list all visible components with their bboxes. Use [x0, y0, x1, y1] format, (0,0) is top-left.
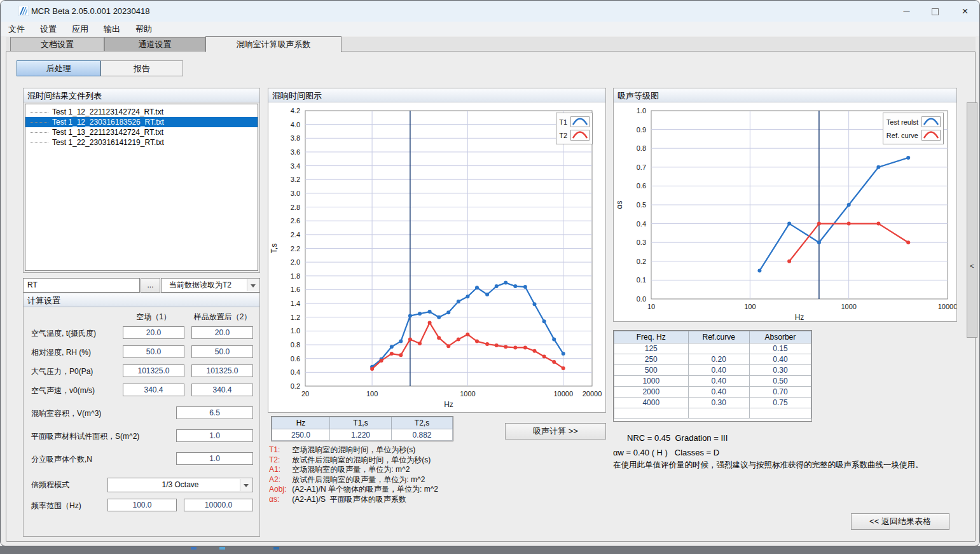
freq-max-input[interactable]: 10000.0 [184, 499, 253, 511]
grade-chart-plot[interactable]: 0.00.10.20.30.40.50.60.70.80.91.01010010… [614, 102, 956, 321]
note-text: 放试件后混响室的混响时间，单位为秒(s) [290, 455, 431, 464]
svg-text:10000: 10000 [938, 303, 956, 310]
with-sample-input[interactable]: 340.4 [191, 384, 253, 396]
calc-setting-row: 平面吸声材料试件面积，S(m^2)1.0 [23, 429, 260, 442]
menu-item-2[interactable]: 设置 [32, 22, 64, 37]
absorption-cell: 0.40 [688, 376, 749, 387]
empty-room-input[interactable]: 20.0 [123, 326, 184, 339]
svg-text:4.2: 4.2 [291, 107, 300, 114]
legend-curve-icon [570, 130, 590, 141]
calc-pair-rows: 空气温度, t(摄氏度)20.020.0相对湿度, RH (%)50.050.0… [23, 326, 260, 403]
single-value-input[interactable]: 1.0 [176, 429, 253, 442]
svg-text:3.8: 3.8 [291, 134, 300, 142]
absorption-cell: 1000 [614, 376, 689, 387]
svg-text:100: 100 [366, 390, 378, 398]
empty-room-input[interactable]: 50.0 [123, 345, 184, 358]
octave-mode-dropdown[interactable]: 1/3 Octave [107, 478, 253, 492]
rt-file-panel-title: 混时间结果文件列表 [24, 88, 259, 102]
svg-text:1000: 1000 [841, 303, 856, 310]
file-list-item[interactable]: Test 1_13_221123142724_RT.txt [25, 127, 258, 137]
absorption-cell: 0.70 [749, 387, 811, 398]
with-sample-input[interactable]: 50.0 [191, 345, 253, 358]
absorption-cell: 250 [614, 354, 689, 365]
file-name: Test 1_12_230316183526_RT.txt [52, 118, 164, 127]
svg-text:Hz: Hz [795, 313, 804, 321]
svg-text:0.0: 0.0 [637, 295, 646, 303]
single-value-input[interactable]: 6.5 [176, 406, 253, 419]
side-panel-strip[interactable]: < [967, 102, 977, 338]
back-to-results-button[interactable]: << 返回结果表格 [851, 513, 949, 530]
absorption-cell: 0.30 [749, 365, 811, 376]
absorption-cell: 0.40 [688, 387, 749, 398]
absorption-calc-button[interactable]: 吸声计算 >> [505, 423, 606, 440]
column-header-empty-room: 空场（1） [123, 312, 184, 322]
absorption-cell: 0.20 [688, 354, 749, 365]
field-label: 空气声速，v0(m/s) [31, 385, 95, 396]
freq-min-input[interactable]: 100.0 [107, 499, 177, 511]
field-label: 空气温度, t(摄氏度) [31, 328, 96, 339]
tree-branch-line [31, 142, 48, 143]
file-name: Test 1_22_230316141219_RT.txt [52, 138, 164, 147]
absorption-cell: 0.40 [749, 354, 811, 365]
absorption-table-wrap: Freq. HzRef.curveAbsorber 1250.152500.20… [613, 330, 812, 422]
calc-single-rows: 混响室容积，V(m^3)6.5平面吸声材料试件面积，S(m^2)1.0分立吸声体… [23, 406, 260, 475]
menu-item-4[interactable]: 输出 [96, 22, 128, 37]
file-list-item[interactable]: Test 1_12_230316183526_RT.txt [25, 117, 258, 127]
close-button[interactable]: × [949, 1, 980, 22]
absorption-row [614, 408, 811, 419]
chevron-down-icon [240, 479, 252, 491]
readout-header-t1: T1,s [330, 417, 392, 429]
absorption-cell: 2000 [614, 387, 689, 398]
rt-chart-title: 混响时间图示 [268, 88, 605, 102]
data-read-dropdown[interactable]: 当前数据读取为T2 [161, 278, 260, 293]
svg-text:3.0: 3.0 [291, 190, 300, 197]
aw-result: αw = 0.40 ( H ) Classes = D [613, 448, 719, 457]
legend-curve-icon [921, 130, 941, 141]
absorption-cell [749, 408, 811, 419]
rt-file-list[interactable]: Test 1_12_221123142724_RT.txtTest 1_12_2… [25, 104, 258, 271]
app-logo-icon [18, 6, 29, 16]
single-value-input[interactable]: 1.0 [176, 452, 253, 465]
calc-setting-row: 混响室容积，V(m^3)6.5 [23, 406, 260, 419]
empty-room-input[interactable]: 340.4 [123, 384, 184, 396]
menu-bar: 文件设置应用输出帮助 [1, 22, 979, 36]
svg-text:10: 10 [647, 303, 655, 310]
svg-text:20: 20 [301, 390, 309, 398]
rt-name-input[interactable]: RT [23, 278, 140, 293]
subtab-report[interactable]: 报告 [100, 60, 183, 76]
svg-text:2.4: 2.4 [291, 231, 300, 239]
svg-text:3.2: 3.2 [291, 176, 300, 183]
maximize-button[interactable] [921, 1, 949, 22]
readout-row: 250.0 1.220 0.882 [272, 429, 453, 441]
octave-mode-label: 倍频程模式 [31, 480, 69, 490]
svg-text:2.0: 2.0 [291, 258, 300, 266]
tree-branch-line [31, 112, 48, 113]
menu-item-3[interactable]: 应用 [64, 22, 96, 37]
note-key: T1: [269, 445, 290, 455]
menu-item-1[interactable]: 文件 [1, 22, 32, 37]
with-sample-input[interactable]: 20.0 [191, 326, 253, 339]
svg-text:1.4: 1.4 [291, 300, 300, 307]
readout-header-hz: Hz [272, 417, 330, 429]
subtab-postprocess[interactable]: 后处理 [17, 60, 100, 76]
empty-room-input[interactable]: 101325.0 [123, 364, 184, 377]
absorption-cell [688, 343, 749, 354]
file-name: Test 1_12_221123142724_RT.txt [52, 107, 163, 116]
svg-text:1.0: 1.0 [637, 107, 646, 114]
collapse-panel-toggle[interactable]: < [970, 262, 974, 270]
tab-document-settings[interactable]: 文档设置 [10, 37, 104, 51]
browse-button[interactable]: ... [141, 278, 160, 293]
readout-freq: 250.0 [272, 429, 330, 441]
minimize-button[interactable]: ─ [892, 1, 921, 22]
tab-channel-settings[interactable]: 通道设置 [104, 37, 205, 51]
file-list-item[interactable]: Test 1_22_230316141219_RT.txt [25, 137, 258, 148]
note-key: A2: [269, 475, 290, 485]
rt-chart-plot[interactable]: 0.20.40.60.81.01.21.41.61.82.02.22.42.62… [268, 102, 605, 412]
rt-chart-panel: 混响时间图示 0.20.40.60.81.01.21.41.61.82.02.2… [268, 88, 606, 413]
svg-text:0.8: 0.8 [291, 341, 300, 349]
tab-reverb-absorption[interactable]: 混响室计算吸声系数 [205, 36, 342, 52]
menu-item-5[interactable]: 帮助 [128, 22, 160, 37]
with-sample-input[interactable]: 101325.0 [191, 364, 253, 377]
svg-text:4.0: 4.0 [291, 121, 300, 128]
file-list-item[interactable]: Test 1_12_221123142724_RT.txt [25, 107, 258, 117]
